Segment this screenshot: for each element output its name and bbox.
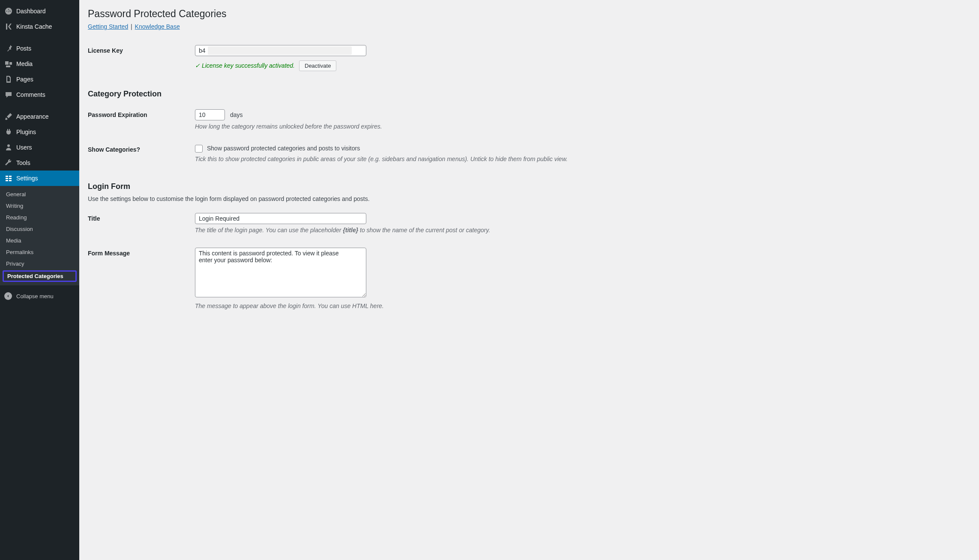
pages-icon — [4, 75, 13, 84]
help-links: Getting Started | Knowledge Base — [88, 21, 970, 34]
users-icon — [4, 143, 13, 152]
svg-point-0 — [7, 144, 10, 147]
sidebar-item-label: Users — [16, 144, 32, 151]
comments-icon — [4, 90, 13, 99]
sidebar-item-users[interactable]: Users — [0, 140, 79, 155]
form-message-description: The message to appear above the login fo… — [195, 302, 966, 311]
sidebar-item-label: Media — [16, 60, 33, 67]
show-categories-checkbox[interactable] — [195, 145, 203, 153]
settings-submenu: General Writing Reading Discussion Media… — [0, 186, 79, 285]
expiration-unit: days — [230, 111, 243, 118]
svg-rect-5 — [6, 180, 8, 181]
form-message-label: Form Message — [88, 241, 195, 317]
sidebar-item-settings[interactable]: Settings — [0, 171, 79, 186]
collapse-menu[interactable]: Collapse menu — [0, 289, 79, 303]
login-form-heading: Login Form — [88, 182, 970, 191]
password-expiration-label: Password Expiration — [88, 103, 195, 138]
login-form-intro: Use the settings below to customise the … — [88, 195, 970, 202]
kinsta-icon — [4, 22, 13, 31]
collapse-icon — [4, 292, 12, 300]
svg-rect-2 — [9, 176, 12, 177]
knowledge-base-link[interactable]: Knowledge Base — [135, 23, 180, 30]
plug-icon — [4, 128, 13, 136]
submenu-protected-categories[interactable]: Protected Categories — [3, 270, 77, 282]
sidebar-item-label: Plugins — [16, 129, 36, 135]
sidebar-item-label: Kinsta Cache — [16, 23, 52, 30]
sidebar-item-label: Comments — [16, 91, 45, 98]
brush-icon — [4, 112, 13, 121]
sidebar-item-pages[interactable]: Pages — [0, 72, 79, 87]
admin-sidebar: Dashboard Kinsta Cache Posts Media Pages… — [0, 0, 79, 560]
license-key-label: License Key — [88, 39, 195, 78]
login-title-input[interactable] — [195, 213, 366, 224]
sidebar-item-label: Pages — [16, 76, 33, 83]
show-categories-label: Show Categories? — [88, 138, 195, 170]
expiration-description: How long the category remains unlocked b… — [195, 122, 966, 131]
form-message-textarea[interactable] — [195, 248, 366, 297]
sidebar-item-plugins[interactable]: Plugins — [0, 124, 79, 140]
submenu-privacy[interactable]: Privacy — [0, 258, 79, 270]
license-key-input[interactable] — [195, 45, 366, 56]
sidebar-item-label: Appearance — [16, 113, 49, 120]
media-icon — [4, 60, 13, 68]
sidebar-item-dashboard[interactable]: Dashboard — [0, 3, 79, 19]
svg-rect-4 — [9, 178, 12, 179]
svg-rect-3 — [6, 178, 8, 179]
submenu-reading[interactable]: Reading — [0, 212, 79, 223]
getting-started-link[interactable]: Getting Started — [88, 23, 128, 30]
submenu-permalinks[interactable]: Permalinks — [0, 246, 79, 258]
sidebar-item-posts[interactable]: Posts — [0, 41, 79, 56]
svg-rect-6 — [9, 180, 12, 181]
svg-rect-1 — [6, 176, 8, 177]
sidebar-item-kinsta-cache[interactable]: Kinsta Cache — [0, 19, 79, 34]
pin-icon — [4, 44, 13, 53]
menu-separator — [0, 36, 79, 39]
submenu-discussion[interactable]: Discussion — [0, 223, 79, 235]
sidebar-item-label: Dashboard — [16, 8, 46, 15]
license-success-msg: ✓ License key successfully activated. — [195, 61, 295, 70]
sidebar-item-appearance[interactable]: Appearance — [0, 109, 79, 124]
sidebar-item-tools[interactable]: Tools — [0, 155, 79, 171]
password-expiration-input[interactable] — [195, 109, 225, 120]
sidebar-item-comments[interactable]: Comments — [0, 87, 79, 102]
wrench-icon — [4, 159, 13, 167]
menu-separator — [0, 105, 79, 107]
submenu-writing[interactable]: Writing — [0, 200, 79, 212]
main-content: Password Protected Categories Getting St… — [79, 0, 979, 560]
settings-icon — [4, 174, 13, 183]
category-protection-heading: Category Protection — [88, 90, 970, 99]
sidebar-item-label: Tools — [16, 159, 30, 166]
show-categories-checkbox-label: Show password protected categories and p… — [207, 144, 360, 153]
page-title: Password Protected Categories — [88, 4, 970, 21]
sidebar-item-label: Posts — [16, 45, 31, 52]
dashboard-icon — [4, 7, 13, 15]
submenu-general[interactable]: General — [0, 189, 79, 200]
license-key-wrapper — [195, 45, 366, 56]
submenu-media[interactable]: Media — [0, 235, 79, 246]
title-field-label: Title — [88, 207, 195, 241]
show-categories-description: Tick this to show protected categories i… — [195, 155, 966, 164]
sidebar-item-media[interactable]: Media — [0, 56, 79, 72]
deactivate-button[interactable]: Deactivate — [299, 60, 336, 71]
sidebar-item-label: Settings — [16, 175, 38, 182]
collapse-label: Collapse menu — [16, 293, 54, 299]
title-field-description: The title of the login page. You can use… — [195, 226, 966, 235]
link-separator: | — [129, 23, 134, 30]
